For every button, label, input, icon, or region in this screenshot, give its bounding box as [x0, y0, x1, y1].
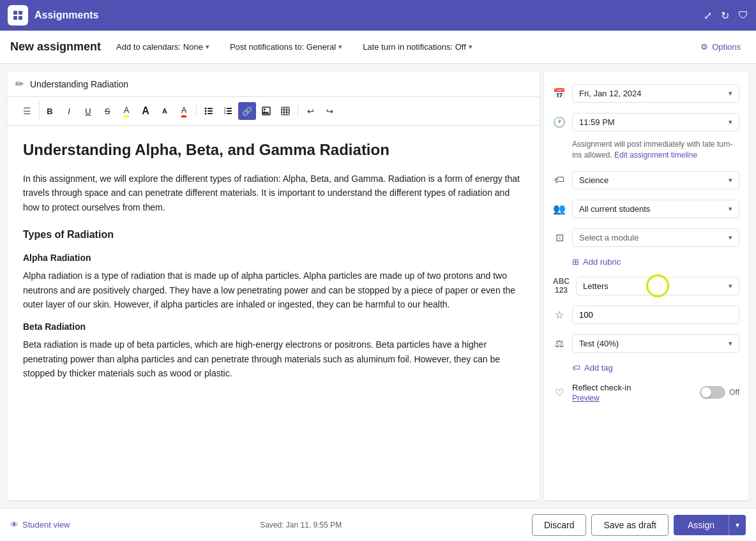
svg-rect-1 — [19, 11, 22, 15]
category-row: 🏷 Science ▾ — [544, 166, 748, 195]
discard-button[interactable]: Discard — [532, 514, 586, 536]
reflect-row: ♡ Reflect check-in Preview Off — [544, 378, 748, 408]
reflect-preview-link[interactable]: Preview — [572, 394, 600, 403]
module-chevron-icon: ▾ — [729, 233, 732, 242]
clock-icon: 🕐 — [553, 116, 566, 128]
toolbar-separator-1 — [196, 105, 197, 117]
image-button[interactable] — [257, 102, 275, 120]
assign-button-group: Assign ▾ — [674, 515, 746, 535]
due-date-dropdown[interactable]: Fri, Jan 12, 2024 ▾ — [572, 84, 739, 103]
grading-type-dropdown[interactable]: Letters ▾ — [576, 277, 739, 295]
grading-chevron-icon: ▾ — [729, 282, 732, 290]
add-tag-button[interactable]: 🏷 Add tag — [544, 358, 748, 378]
svg-point-17 — [264, 108, 266, 110]
svg-point-6 — [205, 110, 207, 112]
student-view-button[interactable]: 👁 Student view — [10, 520, 70, 530]
reflect-toggle[interactable]: Off — [700, 386, 739, 399]
tag-icon: 🏷 — [572, 363, 580, 373]
reflect-label: Reflect check-in Preview — [572, 383, 693, 403]
category-weight-dropdown[interactable]: Test (40%) ▾ — [572, 334, 739, 353]
module-icon: ⊡ — [553, 232, 566, 244]
page-title: New assignment — [10, 40, 101, 54]
content-heading1: Understanding Alpha, Beta, and Gamma Rad… — [23, 138, 524, 161]
svg-rect-5 — [208, 108, 213, 109]
top-bar: Assignments ⤢ ↻ 🛡 — [0, 0, 756, 31]
svg-rect-7 — [208, 110, 213, 112]
calendar-dropdown[interactable]: Add to calendars: None ▾ — [111, 40, 215, 54]
late-turn-chevron-icon: ▾ — [469, 43, 472, 51]
strikethrough-button[interactable]: S — [98, 102, 116, 120]
link-button[interactable]: 🔗 — [238, 102, 256, 120]
notifications-dropdown[interactable]: Post notifications to: General ▾ — [225, 40, 347, 54]
highlight-button[interactable]: A — [117, 102, 135, 120]
add-rubric-button[interactable]: ⊞ Add rubric — [544, 252, 748, 272]
app-logo — [8, 5, 28, 26]
content-intro: In this assignment, we will explore the … — [23, 172, 524, 214]
subheader: New assignment Add to calendars: None ▾ … — [0, 31, 756, 64]
redo-button[interactable]: ↪ — [321, 102, 338, 120]
assignees-row: 👥 All current students ▾ — [544, 195, 748, 223]
due-time-chevron-icon: ▾ — [729, 118, 732, 126]
due-time-dropdown[interactable]: 11:59 PM ▾ — [572, 113, 739, 131]
grading-type-row: ABC123 Letters ▾ — [544, 272, 748, 300]
content-section2-heading: Alpha Radiation — [23, 251, 524, 265]
saved-status: Saved: Jan 11, 9:55 PM — [260, 521, 342, 530]
undo-button[interactable]: ↩ — [301, 102, 319, 120]
category-weight-row: ⚖ Test (40%) ▾ — [544, 329, 748, 358]
late-turn-dropdown[interactable]: Late turn in notifications: Off ▾ — [358, 40, 478, 54]
assignment-title-input[interactable] — [30, 79, 531, 89]
svg-rect-11 — [227, 108, 232, 109]
svg-rect-2 — [13, 16, 17, 20]
edit-icon: ✏ — [15, 78, 24, 90]
svg-rect-18 — [282, 107, 289, 115]
editor-body: Understanding Alpha, Beta, and Gamma Rad… — [8, 126, 539, 500]
category-dropdown[interactable]: Science ▾ — [572, 171, 739, 189]
content-section3-body: Beta radiation is made up of beta partic… — [23, 337, 524, 380]
save-draft-button[interactable]: Save as draft — [591, 514, 669, 536]
rubric-icon: ⊞ — [572, 257, 579, 267]
expand-icon[interactable]: ⤢ — [704, 10, 712, 22]
svg-point-4 — [205, 108, 207, 110]
module-row: ⊡ Select a module ▾ — [544, 223, 748, 252]
svg-point-8 — [205, 113, 207, 115]
bullet-list-button[interactable] — [200, 102, 218, 120]
svg-rect-3 — [19, 16, 22, 20]
calendar-icon: 📅 — [553, 87, 566, 100]
assign-button[interactable]: Assign — [674, 515, 729, 535]
right-panel: 📅 Fri, Jan 12, 2024 ▾ 🕐 11:59 PM ▾ Assig… — [544, 71, 748, 500]
font-size-down-button[interactable]: A — [156, 102, 174, 120]
people-icon: 👥 — [553, 203, 566, 215]
points-row: ☆ — [544, 300, 748, 329]
refresh-icon[interactable]: ↻ — [721, 10, 729, 22]
content-section2-body: Alpha radiation is a type of radiation t… — [23, 269, 524, 311]
bold-button[interactable]: B — [41, 102, 59, 120]
bottom-actions: Discard Save as draft Assign ▾ — [532, 514, 746, 536]
assign-chevron-button[interactable]: ▾ — [729, 515, 746, 535]
edit-timeline-link[interactable]: Edit assignment timeline — [614, 151, 697, 159]
svg-rect-9 — [208, 113, 213, 114]
font-size-up-button[interactable]: A — [137, 102, 155, 120]
module-dropdown[interactable]: Select a module ▾ — [572, 228, 739, 247]
shield-icon[interactable]: 🛡 — [738, 10, 748, 21]
editor-panel: ✏ ☰ B I U S A A A A — [8, 71, 539, 500]
assignees-dropdown[interactable]: All current students ▾ — [572, 200, 739, 218]
italic-button[interactable]: I — [60, 102, 78, 120]
content-section3-heading: Beta Radiation — [23, 320, 524, 334]
toggle-track[interactable] — [700, 386, 725, 399]
table-button[interactable] — [276, 102, 294, 120]
font-color-button[interactable]: A — [175, 102, 193, 120]
points-input[interactable] — [572, 306, 739, 324]
svg-rect-0 — [13, 11, 17, 15]
editor-content[interactable]: Understanding Alpha, Beta, and Gamma Rad… — [8, 126, 539, 500]
svg-rect-15 — [227, 113, 232, 114]
options-gear-icon: ⚙ — [700, 42, 708, 52]
top-bar-icons: ⤢ ↻ 🛡 — [704, 10, 748, 22]
options-button[interactable]: ⚙ Options — [695, 40, 746, 54]
numbered-list-button[interactable]: 1. 2. 3. — [219, 102, 237, 120]
toggle-thumb — [701, 387, 711, 397]
underline-button[interactable]: U — [79, 102, 97, 120]
weight-chevron-icon: ▾ — [729, 339, 732, 348]
reflect-icon: ♡ — [553, 387, 566, 399]
list-toggle-icon[interactable]: ☰ — [15, 101, 40, 121]
content-section1-heading: Types of Radiation — [23, 227, 524, 242]
